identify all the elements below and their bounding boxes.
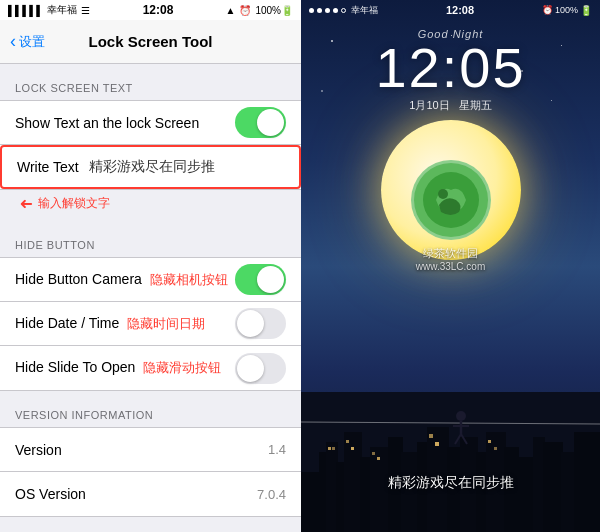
lock-battery-text: 100% [555,5,578,15]
svg-point-1 [438,189,448,199]
back-label: 设置 [19,33,45,51]
hide-date-toggle[interactable] [235,308,286,339]
lock-status-bar: 幸年福 12:08 ⏰ 100% 🔋 [301,0,600,20]
version-info-group: Version 1.4 OS Version 7.0.4 [0,427,301,517]
page-title: Lock Screen Tool [89,33,213,50]
hint-text: 输入解锁文字 [38,195,110,212]
watermark-logo [411,160,491,240]
svg-rect-33 [494,447,497,450]
write-text-label: Write Text [17,159,79,175]
svg-rect-32 [488,440,491,443]
battery-icon: 100%🔋 [255,5,293,16]
write-text-value: 精彩游戏尽在同步推 [89,158,215,176]
os-version-value: 7.0.4 [257,487,286,502]
version-row: Version 1.4 [0,428,301,472]
lock-carrier: 幸年福 [351,4,378,17]
left-panel: ▌▌▌▌▌ 幸年福 ☰ 12:08 ▲ ⏰ 100%🔋 ‹ 设置 Lock Sc… [0,0,301,532]
lock-time-status: 12:08 [446,4,474,16]
nav-bar: ‹ 设置 Lock Screen Tool [0,20,301,64]
lock-time-display: 12:05 [301,40,600,96]
lock-screen-text-header: LOCK SCREEN TEXT [0,64,301,100]
version-value: 1.4 [268,442,286,457]
input-hint: ➜ 输入解锁文字 [0,190,301,221]
svg-rect-22 [561,452,576,532]
arrow-icon: ➜ [20,194,33,213]
status-left: ▌▌▌▌▌ 幸年福 ☰ [8,3,90,17]
lock-date: 1月10日 [409,99,449,111]
lock-date-display: 1月10日 星期五 [301,98,600,113]
lock-alarm-icon: ⏰ [542,5,553,15]
lock-weekday: 星期五 [459,99,492,111]
write-text-row[interactable]: Write Text 精彩游戏尽在同步推 [0,145,301,189]
back-button[interactable]: ‹ 设置 [10,32,45,52]
status-right: ▲ ⏰ 100%🔋 [226,5,293,16]
hide-camera-sublabel: 隐藏相机按钮 [150,272,228,287]
hide-camera-toggle[interactable] [235,264,286,295]
dot-2 [317,8,322,13]
alarm-icon: ⏰ [239,5,251,16]
dot-3 [325,8,330,13]
svg-rect-19 [517,457,535,532]
svg-point-35 [456,411,466,421]
status-bar-left: ▌▌▌▌▌ 幸年福 ☰ 12:08 ▲ ⏰ 100%🔋 [0,0,301,20]
lock-screen-text-group: Show Text an the lock Screen Write Text … [0,100,301,190]
toggle-thumb-2 [257,266,284,293]
svg-rect-26 [346,440,349,443]
settings-content: LOCK SCREEN TEXT Show Text an the lock S… [0,64,301,532]
hide-slide-toggle[interactable] [235,353,286,384]
show-text-toggle[interactable] [235,107,286,138]
hide-date-sublabel: 隐藏时间日期 [127,316,205,331]
lock-signal: 幸年福 [309,4,378,17]
svg-rect-24 [328,447,331,450]
hide-button-header: HIDE BUTTON [0,221,301,257]
lock-bottom-text-area: 精彩游戏尽在同步推 [301,474,600,492]
signal-bars: ▌▌▌▌▌ [8,5,43,16]
hide-camera-label: Hide Button Camera 隐藏相机按钮 [15,271,235,289]
watermark: 绿茶软件园 www.33LC.com [411,160,491,272]
svg-rect-28 [372,452,375,455]
hide-camera-row[interactable]: Hide Button Camera 隐藏相机按钮 [0,258,301,302]
lock-message: 精彩游戏尽在同步推 [301,474,600,492]
lock-time-area: Good Night 12:05 1月10日 星期五 [301,20,600,113]
os-version-label: OS Version [15,486,257,502]
status-time: 12:08 [143,3,174,17]
svg-rect-27 [351,447,354,450]
hide-slide-sublabel: 隐藏滑动按钮 [143,360,221,375]
city-silhouette-svg [301,392,600,532]
toggle-thumb [257,109,284,136]
lock-battery-area: ⏰ 100% 🔋 [542,5,592,16]
hide-slide-label: Hide Slide To Open 隐藏滑动按钮 [15,359,235,377]
lock-battery-icon: 🔋 [580,5,592,16]
toggle-thumb-3 [237,310,264,337]
watermark-url: www.33LC.com [411,261,491,272]
svg-rect-25 [332,447,335,450]
hide-slide-row[interactable]: Hide Slide To Open 隐藏滑动按钮 [0,346,301,390]
dot-5 [341,8,346,13]
right-panel-lock-screen: 幸年福 12:08 ⏰ 100% 🔋 Good Night 12:05 1月10… [301,0,600,532]
location-icon: ▲ [226,5,236,16]
hide-date-label: Hide Date / Time 隐藏时间日期 [15,315,235,333]
svg-rect-30 [429,434,433,438]
logo-svg [421,170,481,230]
hide-date-row[interactable]: Hide Date / Time 隐藏时间日期 [0,302,301,346]
toggle-thumb-4 [237,355,264,382]
version-label: Version [15,442,268,458]
svg-rect-11 [401,452,419,532]
chevron-left-icon: ‹ [10,31,16,52]
show-text-row[interactable]: Show Text an the lock Screen [0,101,301,145]
version-info-header: VERSION INFORMATION [0,391,301,427]
dot-4 [333,8,338,13]
wifi-icon: ☰ [81,5,90,16]
watermark-name: 绿茶软件园 [411,246,491,261]
os-version-row: OS Version 7.0.4 [0,472,301,516]
carrier-name: 幸年福 [47,3,77,17]
hide-button-group: Hide Button Camera 隐藏相机按钮 Hide Date / Ti… [0,257,301,391]
svg-rect-29 [377,457,380,460]
svg-rect-31 [435,442,439,446]
dot-1 [309,8,314,13]
show-text-label: Show Text an the lock Screen [15,115,235,131]
